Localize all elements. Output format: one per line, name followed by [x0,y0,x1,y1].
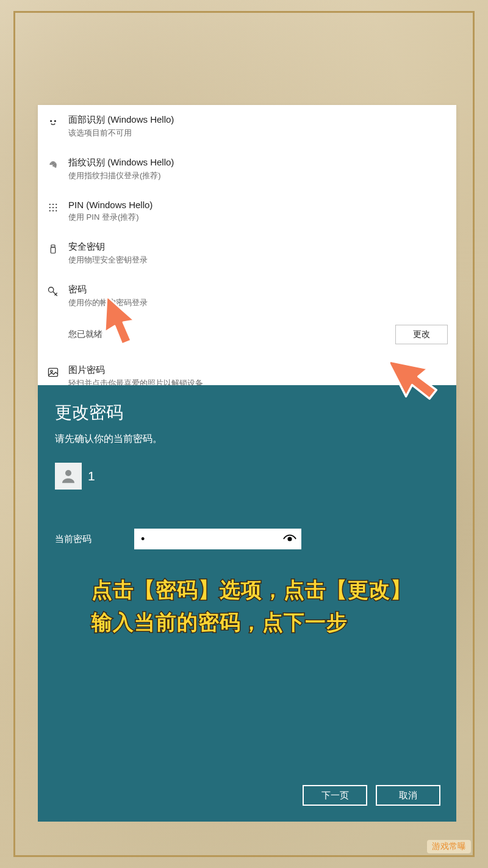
picture-icon [46,366,60,379]
svg-point-15 [51,371,52,372]
cancel-button[interactable]: 取消 [376,785,440,806]
option-security-key[interactable]: 安全密钥 使用物理安全密钥登录 [38,232,456,275]
key-icon [46,285,60,298]
option-title: 密码 [68,284,448,295]
field-label: 当前密码 [55,533,134,545]
option-sub: 使用你的帐户密码登录 [68,297,448,308]
keypad-icon [46,201,60,214]
svg-point-0 [51,120,52,121]
option-title: 指纹识别 (Windows Hello) [68,157,448,168]
option-sub: 该选项目前不可用 [68,128,448,139]
option-password[interactable]: 密码 使用你的帐户密码登录 [38,275,456,317]
option-fingerprint[interactable]: 指纹识别 (Windows Hello) 使用指纹扫描仪登录(推荐) [38,148,456,190]
signin-options-panel: 面部识别 (Windows Hello) 该选项目前不可用 指纹识别 (Wind… [38,105,456,398]
option-title: 图片密码 [68,364,448,376]
next-button[interactable]: 下一页 [303,785,367,806]
password-expanded: 您已就绪 更改 [38,317,456,355]
option-pin[interactable]: PIN (Windows Hello) 使用 PIN 登录(推荐) [38,190,456,232]
annotation-line1: 点击【密码】选项，点击【更改】 [92,574,412,606]
option-title: PIN (Windows Hello) [68,200,448,210]
instruction-annotation: 点击【密码】选项，点击【更改】 输入当前的密码，点下一步 [92,574,412,638]
svg-point-9 [52,210,54,211]
annotation-line2: 输入当前的密码，点下一步 [92,606,412,638]
svg-point-17 [288,537,292,541]
svg-point-4 [56,204,57,205]
dialog-actions: 下一页 取消 [303,785,440,806]
current-password-row: 当前密码 [55,529,439,549]
usb-key-icon [46,242,60,256]
reveal-password-icon[interactable] [279,530,300,548]
option-sub: 使用 PIN 登录(推荐) [68,212,448,223]
svg-point-10 [56,210,57,211]
ready-text: 您已就绪 [68,329,395,340]
option-sub: 使用指纹扫描仪登录(推荐) [68,170,448,181]
fingerprint-icon [46,158,60,172]
option-face[interactable]: 面部识别 (Windows Hello) 该选项目前不可用 [38,105,456,148]
dialog-subtitle: 请先确认你的当前密码。 [55,433,439,446]
option-title: 安全密钥 [68,241,448,253]
dialog-title: 更改密码 [55,401,439,424]
username: 1 [88,469,95,483]
face-icon [46,115,60,129]
svg-point-16 [65,470,71,476]
svg-point-8 [49,210,51,211]
current-password-input[interactable] [134,529,301,549]
svg-point-5 [49,207,51,208]
watermark: 游戏常曝 [427,840,471,853]
svg-point-7 [56,207,57,208]
svg-point-2 [49,204,51,205]
avatar [55,463,82,490]
svg-point-6 [52,207,54,208]
option-sub: 使用物理安全密钥登录 [68,255,448,266]
svg-rect-12 [51,247,56,253]
user-row: 1 [55,463,439,490]
change-button[interactable]: 更改 [395,325,448,344]
option-title: 面部识别 (Windows Hello) [68,114,448,126]
svg-point-3 [52,204,54,205]
svg-point-1 [54,120,56,121]
